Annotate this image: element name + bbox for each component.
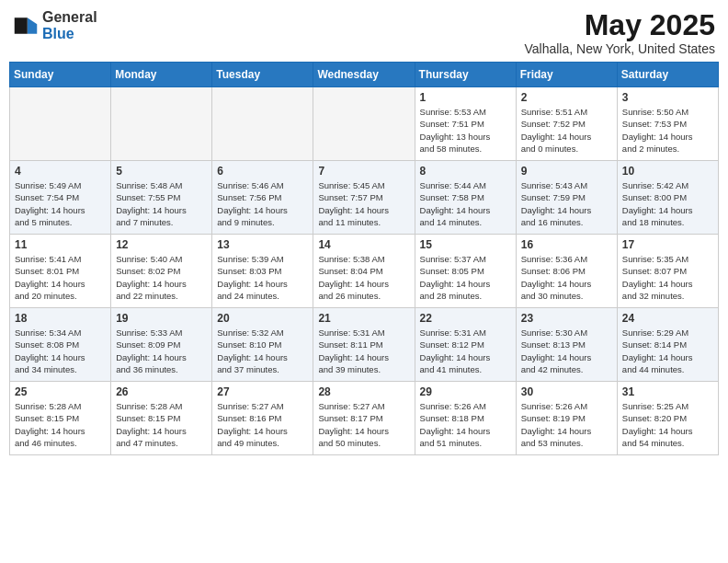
calendar-cell: 20Sunrise: 5:32 AM Sunset: 8:10 PM Dayli…: [212, 308, 313, 382]
day-number: 26: [116, 385, 207, 398]
calendar-cell: [212, 87, 313, 161]
day-number: 22: [420, 312, 511, 325]
day-header-monday: Monday: [111, 63, 212, 87]
logo-icon: [13, 13, 39, 39]
calendar-cell: 16Sunrise: 5:36 AM Sunset: 8:06 PM Dayli…: [516, 235, 617, 308]
calendar-cell: 24Sunrise: 5:29 AM Sunset: 8:14 PM Dayli…: [617, 308, 718, 382]
calendar-cell: [313, 87, 415, 161]
day-header-friday: Friday: [516, 63, 617, 87]
day-info: Sunrise: 5:25 AM Sunset: 8:20 PM Dayligh…: [622, 400, 713, 449]
day-info: Sunrise: 5:46 AM Sunset: 7:56 PM Dayligh…: [217, 179, 308, 228]
calendar-cell: 7Sunrise: 5:45 AM Sunset: 7:57 PM Daylig…: [313, 161, 415, 235]
day-number: 17: [622, 238, 713, 251]
logo-general: General: [42, 9, 97, 26]
calendar-header-row: SundayMondayTuesdayWednesdayThursdayFrid…: [10, 63, 719, 87]
month-title: May 2025: [524, 9, 715, 41]
calendar-week-3: 11Sunrise: 5:41 AM Sunset: 8:01 PM Dayli…: [10, 235, 719, 308]
day-number: 30: [521, 385, 612, 398]
day-number: 18: [15, 312, 106, 325]
day-header-thursday: Thursday: [415, 63, 516, 87]
day-number: 16: [521, 238, 612, 251]
day-number: 28: [318, 385, 409, 398]
calendar-cell: 23Sunrise: 5:30 AM Sunset: 8:13 PM Dayli…: [516, 308, 617, 382]
day-info: Sunrise: 5:28 AM Sunset: 8:15 PM Dayligh…: [15, 400, 106, 449]
day-number: 24: [622, 312, 713, 325]
day-info: Sunrise: 5:48 AM Sunset: 7:55 PM Dayligh…: [116, 179, 207, 228]
day-info: Sunrise: 5:26 AM Sunset: 8:18 PM Dayligh…: [420, 400, 511, 449]
calendar-cell: 19Sunrise: 5:33 AM Sunset: 8:09 PM Dayli…: [111, 308, 212, 382]
day-info: Sunrise: 5:34 AM Sunset: 8:08 PM Dayligh…: [15, 327, 106, 375]
day-number: 4: [15, 165, 106, 178]
title-block: May 2025 Valhalla, New York, United Stat…: [524, 9, 715, 56]
logo-text: General Blue: [42, 9, 97, 41]
calendar-cell: 5Sunrise: 5:48 AM Sunset: 7:55 PM Daylig…: [111, 161, 212, 235]
day-info: Sunrise: 5:29 AM Sunset: 8:14 PM Dayligh…: [622, 327, 713, 375]
calendar-cell: 27Sunrise: 5:27 AM Sunset: 8:16 PM Dayli…: [212, 382, 313, 455]
calendar-cell: 14Sunrise: 5:38 AM Sunset: 8:04 PM Dayli…: [313, 235, 415, 308]
calendar-cell: 4Sunrise: 5:49 AM Sunset: 7:54 PM Daylig…: [10, 161, 111, 235]
day-number: 3: [622, 91, 713, 104]
day-info: Sunrise: 5:31 AM Sunset: 8:12 PM Dayligh…: [420, 327, 511, 375]
day-info: Sunrise: 5:45 AM Sunset: 7:57 PM Dayligh…: [318, 179, 409, 228]
day-info: Sunrise: 5:38 AM Sunset: 8:04 PM Dayligh…: [318, 253, 409, 302]
day-header-sunday: Sunday: [10, 63, 111, 87]
day-info: Sunrise: 5:37 AM Sunset: 8:05 PM Dayligh…: [420, 253, 511, 302]
day-number: 25: [15, 385, 106, 398]
day-info: Sunrise: 5:51 AM Sunset: 7:52 PM Dayligh…: [521, 106, 612, 155]
day-info: Sunrise: 5:32 AM Sunset: 8:10 PM Dayligh…: [217, 327, 308, 375]
calendar-cell: 13Sunrise: 5:39 AM Sunset: 8:03 PM Dayli…: [212, 235, 313, 308]
calendar-cell: 18Sunrise: 5:34 AM Sunset: 8:08 PM Dayli…: [10, 308, 111, 382]
day-header-saturday: Saturday: [617, 63, 718, 87]
day-number: 31: [622, 385, 713, 398]
day-info: Sunrise: 5:27 AM Sunset: 8:17 PM Dayligh…: [318, 400, 409, 449]
day-number: 12: [116, 238, 207, 251]
day-number: 11: [15, 238, 106, 251]
calendar-cell: 11Sunrise: 5:41 AM Sunset: 8:01 PM Dayli…: [10, 235, 111, 308]
day-info: Sunrise: 5:30 AM Sunset: 8:13 PM Dayligh…: [521, 327, 612, 375]
calendar-cell: 22Sunrise: 5:31 AM Sunset: 8:12 PM Dayli…: [415, 308, 516, 382]
page-header: General Blue May 2025 Valhalla, New York…: [9, 9, 719, 56]
calendar-cell: 2Sunrise: 5:51 AM Sunset: 7:52 PM Daylig…: [516, 87, 617, 161]
day-info: Sunrise: 5:31 AM Sunset: 8:11 PM Dayligh…: [318, 327, 409, 375]
calendar-cell: 25Sunrise: 5:28 AM Sunset: 8:15 PM Dayli…: [10, 382, 111, 455]
day-info: Sunrise: 5:35 AM Sunset: 8:07 PM Dayligh…: [622, 253, 713, 302]
calendar-week-5: 25Sunrise: 5:28 AM Sunset: 8:15 PM Dayli…: [10, 382, 719, 455]
calendar-week-4: 18Sunrise: 5:34 AM Sunset: 8:08 PM Dayli…: [10, 308, 719, 382]
day-number: 7: [318, 165, 409, 178]
day-number: 10: [622, 165, 713, 178]
calendar-cell: 3Sunrise: 5:50 AM Sunset: 7:53 PM Daylig…: [617, 87, 718, 161]
calendar-cell: [10, 87, 111, 161]
day-number: 9: [521, 165, 612, 178]
calendar-cell: 21Sunrise: 5:31 AM Sunset: 8:11 PM Dayli…: [313, 308, 415, 382]
day-header-wednesday: Wednesday: [313, 63, 415, 87]
calendar-week-1: 1Sunrise: 5:53 AM Sunset: 7:51 PM Daylig…: [10, 87, 719, 161]
calendar-cell: 8Sunrise: 5:44 AM Sunset: 7:58 PM Daylig…: [415, 161, 516, 235]
day-info: Sunrise: 5:42 AM Sunset: 8:00 PM Dayligh…: [622, 179, 713, 228]
day-number: 15: [420, 238, 511, 251]
day-info: Sunrise: 5:53 AM Sunset: 7:51 PM Dayligh…: [420, 106, 511, 155]
day-number: 19: [116, 312, 207, 325]
calendar-cell: 15Sunrise: 5:37 AM Sunset: 8:05 PM Dayli…: [415, 235, 516, 308]
day-number: 27: [217, 385, 308, 398]
calendar-cell: 30Sunrise: 5:26 AM Sunset: 8:19 PM Dayli…: [516, 382, 617, 455]
day-number: 23: [521, 312, 612, 325]
calendar-table: SundayMondayTuesdayWednesdayThursdayFrid…: [9, 62, 719, 455]
day-number: 13: [217, 238, 308, 251]
calendar-cell: 28Sunrise: 5:27 AM Sunset: 8:17 PM Dayli…: [313, 382, 415, 455]
day-info: Sunrise: 5:40 AM Sunset: 8:02 PM Dayligh…: [116, 253, 207, 302]
day-info: Sunrise: 5:26 AM Sunset: 8:19 PM Dayligh…: [521, 400, 612, 449]
day-number: 14: [318, 238, 409, 251]
day-info: Sunrise: 5:44 AM Sunset: 7:58 PM Dayligh…: [420, 179, 511, 228]
day-number: 20: [217, 312, 308, 325]
day-number: 5: [116, 165, 207, 178]
day-number: 29: [420, 385, 511, 398]
logo-blue: Blue: [42, 26, 97, 42]
day-info: Sunrise: 5:28 AM Sunset: 8:15 PM Dayligh…: [116, 400, 207, 449]
day-info: Sunrise: 5:50 AM Sunset: 7:53 PM Dayligh…: [622, 106, 713, 155]
day-number: 2: [521, 91, 612, 104]
calendar-cell: 12Sunrise: 5:40 AM Sunset: 8:02 PM Dayli…: [111, 235, 212, 308]
day-number: 6: [217, 165, 308, 178]
location-subtitle: Valhalla, New York, United States: [524, 41, 715, 56]
day-info: Sunrise: 5:33 AM Sunset: 8:09 PM Dayligh…: [116, 327, 207, 375]
calendar-cell: 31Sunrise: 5:25 AM Sunset: 8:20 PM Dayli…: [617, 382, 718, 455]
